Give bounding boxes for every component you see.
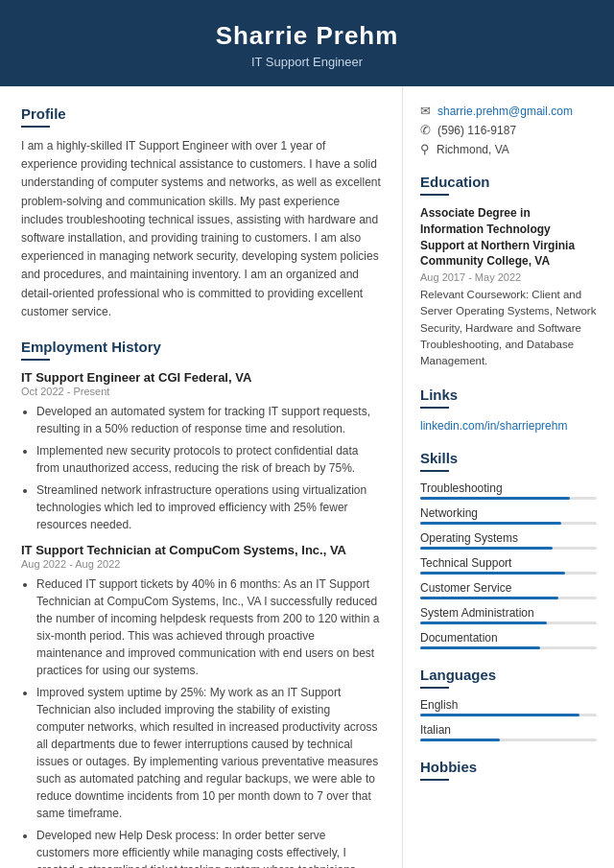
skills-divider (420, 470, 449, 472)
lang-bar-fill (420, 739, 500, 741)
hobbies-divider (420, 779, 449, 781)
links-section: Links linkedin.com/in/sharrieprehm (420, 387, 597, 433)
job-1-bullet-2: Implemented new security protocols to pr… (36, 442, 381, 477)
skill-item: Customer Service (420, 581, 597, 599)
skill-bar-fill (420, 622, 547, 624)
skill-bar-bg (420, 646, 597, 649)
languages-divider (420, 687, 449, 689)
languages-section: Languages English Italian (420, 667, 597, 741)
skill-label: Technical Support (420, 556, 597, 570)
job-2-bullet-1: Reduced IT support tickets by 40% in 6 m… (36, 575, 381, 679)
job-1-title: IT Support Engineer at CGI Federal, VA (21, 370, 381, 385)
contact-email: ✉ sharrie.prehm@gmail.com (420, 104, 597, 118)
job-1-bullet-3: Streamlined network infrastructure opera… (36, 481, 381, 533)
education-section: Education Associate Degree in Informatio… (420, 174, 597, 369)
lang-item: English (420, 698, 597, 716)
skill-label: System Administration (420, 606, 597, 620)
skills-list: Troubleshooting Networking Operating Sys… (420, 481, 597, 649)
links-divider (420, 407, 449, 409)
skill-bar-fill (420, 497, 570, 500)
email-icon: ✉ (420, 104, 431, 118)
contact-phone: ✆ (596) 116-9187 (420, 123, 597, 137)
job-2-bullet-2: Improved system uptime by 25%: My work a… (36, 684, 381, 822)
profile-title: Profile (21, 106, 381, 122)
skill-item: Documentation (420, 631, 597, 649)
skill-bar-bg (420, 522, 597, 525)
skill-bar-bg (420, 572, 597, 575)
skill-bar-bg (420, 547, 597, 550)
link-1: linkedin.com/in/sharrieprehm (420, 418, 597, 433)
skill-item: Troubleshooting (420, 481, 597, 500)
location-text: Richmond, VA (437, 143, 509, 156)
skill-bar-fill (420, 646, 540, 649)
edu-dates: Aug 2017 - May 2022 (420, 271, 597, 283)
skill-bar-bg (420, 597, 597, 599)
profile-text: I am a highly-skilled IT Support Enginee… (21, 137, 381, 321)
hobbies-title: Hobbies (420, 759, 597, 775)
skill-bar-fill (420, 522, 561, 525)
contact-location: ⚲ Richmond, VA (420, 142, 597, 156)
lang-label: Italian (420, 723, 597, 737)
job-2: IT Support Technician at CompuCom System… (21, 543, 381, 868)
skill-label: Troubleshooting (420, 481, 597, 495)
skills-section: Skills Troubleshooting Networking Operat… (420, 450, 597, 649)
skill-bar-fill (420, 547, 553, 550)
skill-item: System Administration (420, 606, 597, 624)
skill-bar-fill (420, 572, 565, 575)
employment-section: Employment History IT Support Engineer a… (21, 339, 381, 868)
hobbies-section: Hobbies (420, 759, 597, 781)
edu-degree: Associate Degree in Information Technolo… (420, 205, 597, 270)
skill-bar-bg (420, 497, 597, 500)
skill-item: Networking (420, 506, 597, 525)
job-2-bullet-3: Developed new Help Desk process: In orde… (36, 827, 381, 868)
location-icon: ⚲ (420, 142, 430, 156)
left-column: Profile I am a highly-skilled IT Support… (0, 86, 403, 868)
skill-bar-fill (420, 597, 558, 599)
languages-title: Languages (420, 667, 597, 683)
lang-bar-fill (420, 714, 579, 716)
languages-list: English Italian (420, 698, 597, 741)
skill-bar-bg (420, 622, 597, 624)
skill-item: Operating Systems (420, 531, 597, 550)
job-2-dates: Aug 2022 - Aug 2022 (21, 558, 381, 570)
skill-label: Documentation (420, 631, 597, 645)
education-divider (420, 194, 449, 196)
main-content: Profile I am a highly-skilled IT Support… (0, 86, 614, 868)
contact-section: ✉ sharrie.prehm@gmail.com ✆ (596) 116-91… (420, 104, 597, 156)
skill-label: Networking (420, 506, 597, 520)
right-column: ✉ sharrie.prehm@gmail.com ✆ (596) 116-91… (403, 86, 614, 868)
education-title: Education (420, 174, 597, 190)
job-2-bullets: Reduced IT support tickets by 40% in 6 m… (21, 575, 381, 868)
candidate-name: Sharrie Prehm (19, 21, 595, 51)
job-1-bullet-1: Developed an automated system for tracki… (36, 403, 381, 437)
links-title: Links (420, 387, 597, 403)
job-2-title: IT Support Technician at CompuCom System… (21, 543, 381, 557)
candidate-title: IT Support Engineer (19, 55, 595, 69)
lang-bar-bg (420, 739, 597, 741)
lang-item: Italian (420, 723, 597, 741)
lang-bar-bg (420, 714, 597, 716)
job-1: IT Support Engineer at CGI Federal, VA O… (21, 370, 381, 533)
profile-section: Profile I am a highly-skilled IT Support… (21, 106, 381, 321)
job-1-dates: Oct 2022 - Present (21, 386, 381, 397)
skill-item: Technical Support (420, 556, 597, 575)
employment-divider (21, 359, 50, 361)
resume-header: Sharrie Prehm IT Support Engineer (0, 0, 614, 86)
profile-divider (21, 126, 50, 128)
skill-label: Operating Systems (420, 531, 597, 545)
lang-label: English (420, 698, 597, 712)
phone-text: (596) 116-9187 (437, 124, 516, 137)
employment-title: Employment History (21, 339, 381, 355)
email-link[interactable]: sharrie.prehm@gmail.com (437, 105, 573, 118)
skills-title: Skills (420, 450, 597, 466)
edu-coursework: Relevant Coursework: Client and Server O… (420, 287, 597, 369)
linkedin-link[interactable]: linkedin.com/in/sharrieprehm (420, 419, 567, 433)
job-1-bullets: Developed an automated system for tracki… (21, 403, 381, 533)
phone-icon: ✆ (420, 123, 431, 137)
skill-label: Customer Service (420, 581, 597, 595)
